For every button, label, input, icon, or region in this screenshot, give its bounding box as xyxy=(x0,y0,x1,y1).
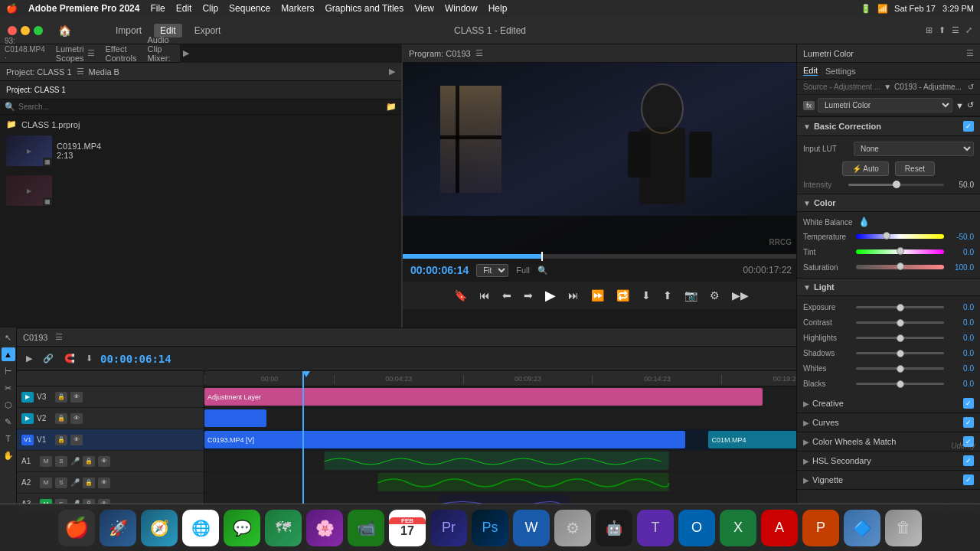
pen-tool[interactable]: ✎ xyxy=(2,415,15,429)
track-m-a2[interactable]: M xyxy=(40,478,52,488)
dock-launchpad[interactable]: 🚀 xyxy=(100,510,136,546)
go-to-in-button[interactable]: ⬅ xyxy=(499,288,514,303)
highlights-slider[interactable] xyxy=(856,337,944,339)
insert-icon[interactable]: ⬇ xyxy=(83,352,96,365)
dock-teams[interactable]: T xyxy=(637,510,674,546)
fx-effect-select[interactable]: Lumetri Color xyxy=(818,98,952,112)
contrast-slider[interactable] xyxy=(856,321,944,324)
track-mic-a1[interactable]: 🎤 xyxy=(70,457,80,465)
layout-icon[interactable]: ⊞ xyxy=(926,25,933,35)
dock-word[interactable]: W xyxy=(513,510,550,546)
track-eye-v1[interactable]: 👁 xyxy=(70,435,83,445)
media-browser-tab[interactable]: Media B xyxy=(89,67,119,77)
basic-correction-header[interactable]: ▼ Basic Correction ✓ xyxy=(797,116,980,136)
project-expand-icon[interactable]: ☰ xyxy=(77,67,84,77)
curves-section-header[interactable]: ▶ Curves ✓ xyxy=(797,413,980,432)
track-lock-a1[interactable]: 🔒 xyxy=(83,456,95,467)
panel-expand-right[interactable]: ▶ xyxy=(389,67,395,77)
source-refresh-icon[interactable]: ↺ xyxy=(968,83,974,91)
track-mic-a2[interactable]: 🎤 xyxy=(70,478,80,487)
track-s-a1[interactable]: S xyxy=(55,456,67,467)
menu-icon[interactable]: ☰ xyxy=(952,25,959,35)
hsl-secondary-section-header[interactable]: ▶ HSL Secondary ✓ xyxy=(797,452,980,471)
menu-help[interactable]: Help xyxy=(488,3,508,14)
menu-edit[interactable]: Edit xyxy=(176,3,192,14)
program-menu-icon[interactable]: ☰ xyxy=(475,48,483,58)
list-item[interactable]: ▶ ▦ xyxy=(3,174,398,207)
color-section-header[interactable]: ▼ Color xyxy=(797,194,980,212)
list-item[interactable]: ▶ ▦ C0191.MP4 2:13 xyxy=(3,134,398,168)
dock-excel[interactable]: X xyxy=(720,510,756,546)
slip-tool[interactable]: ⬡ xyxy=(2,398,15,412)
seq-tab-project[interactable]: Project: CLASS 1 xyxy=(6,86,66,94)
track-eye-a2[interactable]: 👁 xyxy=(98,478,110,488)
list-item[interactable]: 📁 CLASS 1.prproj xyxy=(3,118,398,131)
basic-correction-checkbox[interactable]: ✓ xyxy=(963,121,974,132)
dock-acrobat[interactable]: A xyxy=(761,510,798,546)
magnet-icon[interactable]: 🧲 xyxy=(61,352,78,365)
track-lock-v3[interactable]: 🔒 xyxy=(55,392,67,403)
dock-calendar[interactable]: FEB 17 xyxy=(389,510,426,546)
dock-finder[interactable]: 🍎 xyxy=(58,510,95,546)
track-select-tool[interactable]: ▲ xyxy=(2,347,15,361)
intensity-slider[interactable] xyxy=(848,184,944,186)
share-icon[interactable]: ⬆ xyxy=(939,25,946,35)
more-button[interactable]: ▶▶ xyxy=(729,288,752,303)
dock-trash[interactable]: 🗑 xyxy=(885,510,922,546)
clip-adjustment-layer[interactable]: Adjustment Layer xyxy=(204,388,763,406)
insert-button[interactable]: ⬇ xyxy=(639,288,654,303)
track-lock-v2[interactable]: 🔒 xyxy=(55,413,67,424)
nav-import[interactable]: Import xyxy=(109,24,148,37)
ripple-edit-tool[interactable]: ⊢ xyxy=(2,364,15,378)
close-button[interactable] xyxy=(8,26,17,35)
track-lock-v1[interactable]: 🔒 xyxy=(55,435,67,445)
dock-facetime[interactable]: 📹 xyxy=(348,510,384,546)
fit-select[interactable]: Fit xyxy=(476,264,508,277)
temperature-slider[interactable] xyxy=(856,234,944,239)
add-marker-button[interactable]: 🔖 xyxy=(451,288,470,303)
minimize-button[interactable] xyxy=(21,26,30,35)
dock-system-prefs[interactable]: ⚙ xyxy=(554,510,591,546)
dock-finder-2[interactable]: 🔷 xyxy=(844,510,880,546)
menu-sequence[interactable]: Sequence xyxy=(229,3,270,14)
step-forward-button[interactable]: ⏩ xyxy=(588,288,607,303)
dock-safari[interactable]: 🧭 xyxy=(141,510,178,546)
blacks-slider[interactable] xyxy=(856,383,944,385)
apple-menu[interactable]: 🍎 xyxy=(6,3,18,14)
home-icon[interactable]: 🏠 xyxy=(58,24,71,37)
exposure-slider[interactable] xyxy=(856,306,944,308)
effect-controls-tab[interactable]: Effect Controls xyxy=(106,44,137,63)
input-lut-select[interactable]: None xyxy=(854,142,974,156)
whites-slider[interactable] xyxy=(856,367,944,370)
curves-checkbox[interactable]: ✓ xyxy=(963,417,974,428)
menu-graphics[interactable]: Graphics and Titles xyxy=(325,3,404,14)
dock-messages[interactable]: 💬 xyxy=(224,510,260,546)
magnifier-icon[interactable]: 🔍 xyxy=(537,266,548,276)
go-to-out-button[interactable]: ➡ xyxy=(521,288,536,303)
panel-menu-icon[interactable]: ☰ xyxy=(87,48,95,58)
type-tool[interactable]: T xyxy=(2,432,15,445)
vignette-section-header[interactable]: ▶ Vignette ✓ xyxy=(797,471,980,490)
eyedropper-icon[interactable]: 💧 xyxy=(858,217,870,227)
menu-view[interactable]: View xyxy=(414,3,434,14)
dock-powerpoint[interactable]: P xyxy=(802,510,839,546)
lumetri-tab-edit[interactable]: Edit xyxy=(803,66,818,76)
dock-android[interactable]: 🤖 xyxy=(596,510,632,546)
dock-premiere[interactable]: Pr xyxy=(430,510,467,546)
track-eye-a1[interactable]: 👁 xyxy=(98,456,110,467)
creative-checkbox[interactable]: ✓ xyxy=(963,398,974,409)
creative-section-header[interactable]: ▶ Creative ✓ xyxy=(797,394,980,413)
hand-tool[interactable]: ✋ xyxy=(2,448,15,462)
menu-window[interactable]: Window xyxy=(445,3,478,14)
track-s-a2[interactable]: S xyxy=(55,478,67,488)
loop-button[interactable]: 🔁 xyxy=(613,288,632,303)
track-v1-indicator[interactable]: V1 xyxy=(21,435,34,445)
track-expand-v3[interactable]: ▶ xyxy=(21,392,34,403)
fx-dropdown-icon[interactable]: ▼ xyxy=(956,101,964,110)
source-dropdown-icon[interactable]: ▼ xyxy=(884,83,891,91)
track-expand-v2[interactable]: ▶ xyxy=(21,413,34,424)
panel-expand-icon[interactable]: ▶ xyxy=(183,48,189,58)
dock-maps[interactable]: 🗺 xyxy=(265,510,302,546)
reset-button[interactable]: Reset xyxy=(895,161,935,176)
maximize-button[interactable] xyxy=(34,26,43,35)
